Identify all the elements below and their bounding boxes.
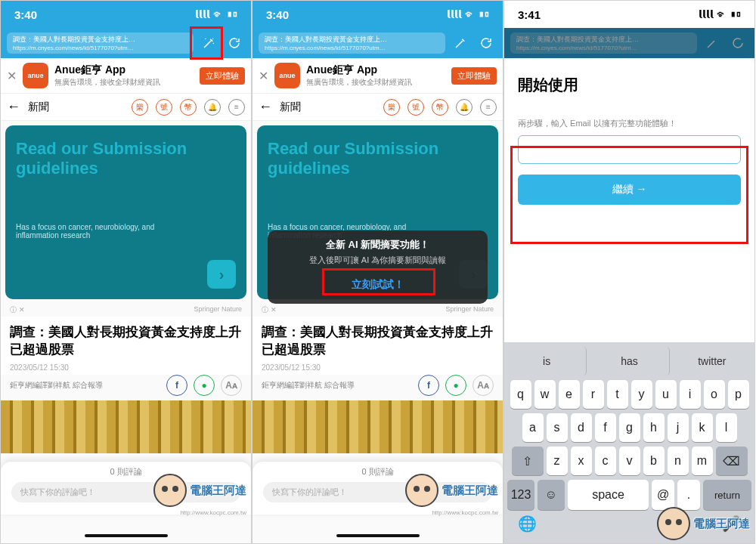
close-icon[interactable]: ✕ bbox=[259, 69, 268, 83]
globe-icon[interactable]: 🌐 bbox=[518, 515, 537, 533]
article-block: 調查：美國人對長期投資黃金支持度上升 已超過股票 2023/05/12 15:3… bbox=[1, 317, 251, 375]
tooltip-title: 全新 AI 新聞摘要功能！ bbox=[277, 238, 479, 252]
status-time: 3:40 bbox=[14, 8, 37, 21]
home-indicator[interactable] bbox=[336, 534, 420, 537]
app-logo: anue bbox=[274, 63, 300, 88]
nav-chip-1[interactable]: 樂 bbox=[132, 99, 148, 116]
app-install-banner: ✕ anue Anue鉅亨 App無廣告環境，接收全球財經資訊 立即體驗 bbox=[253, 58, 503, 94]
app-install-banner: ✕ anue Anue鉅亨 App 無廣告環境，接收全球財經資訊 立即體驗 bbox=[1, 58, 251, 94]
menu-icon[interactable]: ≡ bbox=[228, 99, 245, 116]
refresh-icon[interactable] bbox=[224, 32, 245, 54]
watermark: 電腦王阿達http://www.kocpc.com.tw bbox=[405, 474, 498, 507]
try-now-button[interactable]: 立即體驗 bbox=[200, 67, 245, 85]
article-hero-image bbox=[1, 400, 251, 453]
font-size-icon[interactable]: Aᴀ bbox=[472, 375, 494, 396]
status-bar: 3:41 𝗹𝗹𝗹𝗹 ᯤ ▮▯ bbox=[504, 1, 754, 28]
highlight-magic-icon bbox=[190, 26, 223, 60]
page-nav: ← 新聞 樂 號 幣 🔔 ≡ bbox=[1, 94, 251, 121]
sheet-title: 開始使用 bbox=[518, 75, 741, 95]
refresh-icon[interactable] bbox=[476, 32, 497, 54]
card-arrow-icon[interactable]: › bbox=[207, 260, 236, 289]
tooltip-subtitle: 登入後即可讓 AI 為你摘要新聞與讀報 bbox=[277, 255, 479, 266]
screenshot-2: 3:40 𝗹𝗹𝗹𝗹 ᯤ ▮▯ 調查：美國人對長期投資黃金支持度上…https:/… bbox=[252, 0, 503, 544]
article-title[interactable]: 調查：美國人對長期投資黃金支持度上升 已超過股票 bbox=[10, 324, 242, 359]
facebook-icon[interactable]: f bbox=[418, 375, 439, 396]
dot-key[interactable]: . bbox=[677, 480, 700, 510]
article-source: 鉅亨網編譯劉祥航 綜合報導 bbox=[10, 380, 103, 391]
article-hero-image bbox=[253, 400, 503, 453]
screenshot-1: 3:40 𝗹𝗹𝗹𝗹 ᯤ ▮▯ 調查：美國人對長期投資黃金支持度上… https:… bbox=[0, 0, 252, 544]
delete-key[interactable]: ⌫ bbox=[716, 447, 748, 475]
status-bar: 3:40 𝗹𝗹𝗹𝗹 ᯤ ▮▯ bbox=[253, 1, 503, 28]
suggestion[interactable]: twitter bbox=[673, 347, 751, 376]
number-key[interactable]: 123 bbox=[507, 480, 534, 510]
page-nav: ← 新聞 樂 號 幣 🔔 ≡ bbox=[253, 94, 503, 121]
space-key[interactable]: space bbox=[568, 480, 649, 510]
watermark-avatar-icon bbox=[153, 474, 187, 507]
suggestion[interactable]: is bbox=[507, 347, 587, 376]
home-indicator[interactable] bbox=[85, 534, 168, 537]
font-size-icon[interactable]: Aᴀ bbox=[221, 375, 242, 396]
suggestion[interactable]: has bbox=[590, 347, 669, 376]
return-key[interactable]: return bbox=[703, 480, 751, 510]
watermark: 電腦王阿達http://www.kocpc.com.tw bbox=[657, 507, 750, 540]
status-time: 3:40 bbox=[266, 8, 289, 21]
at-key[interactable]: @ bbox=[652, 480, 674, 510]
nav-chip-3[interactable]: 幣 bbox=[180, 99, 197, 116]
line-icon[interactable]: ● bbox=[445, 375, 466, 396]
url-box[interactable]: 調查：美國人對長期投資黃金支持度上…https://m.cnyes.com/ne… bbox=[259, 32, 445, 54]
banner-subtitle: 無廣告環境，接收全球財經資訊 bbox=[54, 77, 194, 88]
highlight-try-now bbox=[322, 268, 435, 295]
highlight-form bbox=[510, 146, 748, 244]
card-title: Read our Submission guidelines bbox=[16, 139, 236, 179]
status-bar: 3:40 𝗹𝗹𝗹𝗹 ᯤ ▮▯ bbox=[1, 1, 251, 28]
back-icon[interactable]: ← bbox=[7, 99, 20, 115]
article-date: 2023/05/12 15:30 bbox=[10, 363, 242, 372]
banner-title: Anue鉅亨 App bbox=[54, 63, 194, 77]
try-now-button[interactable]: 立即體驗 bbox=[451, 67, 497, 85]
sheet-label: 兩步驟，輸入 Email 以擁有完整功能體驗！ bbox=[518, 118, 741, 129]
shift-key[interactable]: ⇧ bbox=[512, 447, 544, 475]
status-icons: 𝗹𝗹𝗹𝗹 ᯤ ▮▯ bbox=[447, 8, 489, 20]
facebook-icon[interactable]: f bbox=[166, 375, 187, 396]
screenshot-3: 3:41 𝗹𝗹𝗹𝗹 ᯤ ▮▯ 調查：美國人對長期投資黃金支持度上…https:/… bbox=[503, 0, 755, 544]
app-logo: anue bbox=[23, 63, 48, 88]
url-box[interactable]: 調查：美國人對長期投資黃金支持度上… https://m.cnyes.com/n… bbox=[7, 32, 194, 54]
close-icon[interactable]: ✕ bbox=[7, 69, 17, 83]
bell-icon[interactable]: 🔔 bbox=[204, 99, 221, 116]
browser-url-bar: 調查：美國人對長期投資黃金支持度上…https://m.cnyes.com/ne… bbox=[504, 28, 754, 58]
page-title: 新聞 bbox=[28, 100, 124, 114]
browser-url-bar: 調查：美國人對長期投資黃金支持度上…https://m.cnyes.com/ne… bbox=[253, 28, 503, 58]
status-icons: 𝗹𝗹𝗹𝗹 ᯤ ▮▯ bbox=[195, 8, 237, 20]
line-icon[interactable]: ● bbox=[194, 375, 215, 396]
watermark: 電腦王阿達 http://www.kocpc.com.tw bbox=[153, 474, 246, 507]
promo-card[interactable]: Read our Submission guidelines Has a foc… bbox=[5, 125, 246, 299]
nav-chip-2[interactable]: 號 bbox=[156, 99, 172, 116]
magic-icon[interactable] bbox=[450, 32, 471, 54]
emoji-key[interactable]: ☺︎ bbox=[538, 480, 565, 510]
card-subtitle: Has a focus on cancer, neurobiology, and… bbox=[16, 223, 167, 240]
